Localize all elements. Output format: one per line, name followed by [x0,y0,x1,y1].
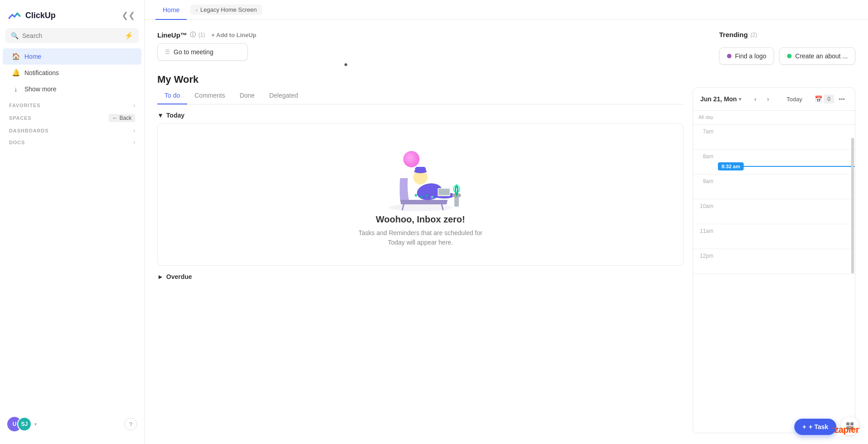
sidebar-section-favorites[interactable]: FAVORITES › [0,99,144,110]
time-label-7am: 7am [693,125,718,149]
tab-legacy-label: Legacy Home Screen [200,6,257,13]
trending-card-find-logo[interactable]: Find a logo [719,47,774,65]
work-panel: To do Comments Done Delegated ▼ Today [157,87,684,433]
dashboards-arrow-icon: › [133,128,135,134]
trending-count: (2) [750,32,757,38]
inbox-zero-illustration [371,142,470,214]
work-tab-todo[interactable]: To do [157,87,187,104]
all-day-label: All day [693,111,718,124]
back-arrow-icon: ← [112,115,118,121]
spaces-back-button[interactable]: ← Back [108,114,135,122]
avatar-stack: U SJ [7,417,32,431]
favorites-label: FAVORITES [9,103,40,108]
today-toggle[interactable]: ▼ Today [157,112,684,119]
time-content-10am [718,199,855,224]
time-label-9am: 9am [693,175,718,199]
add-task-button[interactable]: + + Task [794,419,836,435]
trending-card-create-about[interactable]: Create an about ... [779,47,855,65]
trending-cards: Find a logo Create an about ... [719,47,855,65]
scrollbar-thumb[interactable] [851,138,854,274]
tab-home[interactable]: Home [156,0,187,20]
sidebar-header: ClickUp ❮❮ [0,0,144,28]
lineup-card-label: Go to meeting [174,48,213,56]
svg-rect-6 [439,189,449,195]
overdue-label: Overdue [166,273,192,280]
help-button[interactable]: ? [124,418,137,430]
time-slot-9am: 9am [693,175,855,199]
work-tab-done[interactable]: Done [232,87,262,104]
calendar-more-button[interactable]: ••• [836,93,848,105]
sidebar: ClickUp ❮❮ 🔍 ⚡ 🏠 Home 🔔 Notifications ↓ … [0,0,145,444]
tab-legacy-home[interactable]: ‹ Legacy Home Screen [190,5,262,15]
sidebar-item-notifications[interactable]: 🔔 Notifications [3,65,142,81]
time-slot-10am: 10am [693,199,855,224]
calendar-nav: ‹ › [750,93,774,105]
inbox-zero-subtitle: Tasks and Reminders that are scheduled f… [359,228,482,247]
time-content-7am [718,125,855,149]
svg-point-14 [425,194,428,197]
search-bar[interactable]: 🔍 ⚡ [5,28,139,43]
work-calendar-split: To do Comments Done Delegated ▼ Today [157,87,855,433]
today-label: Today [166,112,184,119]
sidebar-section-docs[interactable]: DOCS › [0,136,144,147]
trending-section: Trending (2) Find a logo Create an about… [719,31,855,65]
lineup-title: LineUp™ ⓘ (1) + Add to LineUp [157,31,701,39]
sidebar-item-label-home: Home [24,53,41,60]
lineup-card[interactable]: ☰ Go to meeting [157,43,248,61]
top-section: LineUp™ ⓘ (1) + Add to LineUp ☰ Go to me… [157,31,855,65]
sidebar-item-home[interactable]: 🏠 Home [3,48,142,65]
sidebar-collapse-button[interactable]: ❮❮ [120,9,137,22]
calendar-prev-button[interactable]: ‹ [750,93,761,105]
calendar-date[interactable]: Jun 21, Mon ▾ [700,95,741,103]
current-time-indicator: 8:32 am [718,162,855,170]
inbox-zero-card: Woohoo, Inbox zero! Tasks and Reminders … [157,123,684,266]
trending-dot-green [787,54,792,58]
inbox-illustration [371,142,470,214]
nav-items: 🏠 Home 🔔 Notifications ↓ Show more [0,47,144,99]
docs-label: DOCS [9,140,25,145]
user-dropdown-icon: ▾ [34,421,37,427]
overdue-toggle[interactable]: ► Overdue [157,273,684,280]
svg-rect-18 [846,426,849,430]
trending-title-text: Trending [719,31,748,38]
all-day-slot: All day [693,111,855,125]
today-section: ▼ Today [157,112,684,266]
favorites-arrow-icon: › [133,102,135,109]
top-tabs: Home ‹ Legacy Home Screen [145,0,868,20]
sidebar-item-show-more[interactable]: ↓ Show more [3,81,142,97]
tab-legacy-arrow-icon: ‹ [196,7,198,13]
time-content-8am: 8:32 am [718,150,855,174]
time-label-8am: 8am [693,150,718,174]
today-toggle-arrow: ▼ [157,112,164,119]
trending-title: Trending (2) [719,31,855,38]
chevron-down-icon: ↓ [12,85,20,93]
calendar-body: All day 7am 8am [693,111,855,433]
search-input[interactable] [22,32,121,39]
calendar-count-badge: 0 [824,94,834,104]
svg-point-13 [420,196,423,198]
home-icon: 🏠 [12,52,20,61]
add-lineup-button[interactable]: + Add to LineUp [212,32,257,38]
sidebar-item-label-show-more: Show more [24,85,57,93]
bell-icon: 🔔 [12,69,20,77]
time-label-10am: 10am [693,199,718,224]
calendar-badge-icon: 📅 [815,95,822,103]
work-tab-delegated[interactable]: Delegated [262,87,305,104]
lineup-count: (1) [198,32,205,38]
calendar-today-button[interactable]: Today [782,94,807,104]
work-tab-comments[interactable]: Comments [187,87,232,104]
sidebar-section-dashboards[interactable]: DASHBOARDS › [0,124,144,136]
sidebar-section-spaces[interactable]: SPACES ← Back [0,110,144,124]
search-icon: 🔍 [11,32,19,39]
sidebar-item-label-notifications: Notifications [24,69,59,76]
apps-button[interactable] [841,417,859,435]
dashboards-label: DASHBOARDS [9,128,49,133]
user-area[interactable]: U SJ ▾ [7,417,37,431]
lightning-icon[interactable]: ⚡ [124,31,133,40]
trending-card-find-logo-label: Find a logo [735,52,766,60]
lineup-info-icon[interactable]: ⓘ [190,31,196,39]
inbox-zero-title: Woohoo, Inbox zero! [376,214,465,225]
time-slot-11am: 11am [693,224,855,249]
calendar-next-button[interactable]: › [762,93,774,105]
clickup-logo-icon [7,8,22,23]
